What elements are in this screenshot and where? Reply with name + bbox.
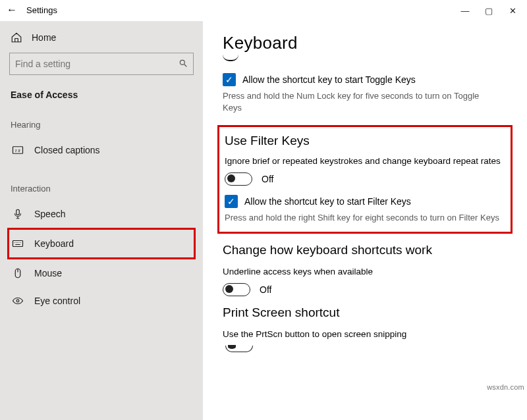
title-underline-art [223, 55, 238, 61]
speech-label: Speech [34, 209, 65, 219]
sidebar-category-interaction: Interaction [11, 184, 194, 194]
eye-control-label: Eye control [34, 296, 80, 306]
maximize-button[interactable]: ▢ [477, 1, 501, 20]
toggle-keys-check-label: Allow the shortcut key to start Toggle K… [242, 74, 416, 85]
main-content: Keyboard ✓ Allow the shortcut key to sta… [203, 21, 527, 420]
closed-captions-label: Closed captions [34, 145, 100, 155]
checkbox-checked-icon[interactable]: ✓ [223, 73, 236, 86]
printscreen-desc: Use the PrtScn button to open screen sni… [223, 329, 507, 339]
filter-keys-desc2: Press and hold the right Shift key for e… [225, 212, 503, 224]
filter-keys-toggle-state: Off [262, 174, 273, 184]
window-title: Settings [26, 5, 57, 15]
minimize-button[interactable]: — [453, 1, 477, 20]
close-button[interactable]: ✕ [501, 1, 524, 20]
svg-point-0 [180, 60, 184, 65]
svg-rect-3 [16, 209, 20, 215]
shortcuts-heading: Change how keyboard shortcuts work [223, 243, 507, 257]
sidebar-item-keyboard[interactable]: Keyboard [7, 228, 196, 259]
printscreen-heading: Print Screen shortcut [223, 305, 507, 320]
underline-access-toggle-state: Off [260, 284, 271, 295]
mouse-icon [12, 267, 24, 279]
keyboard-icon [12, 238, 24, 249]
svg-rect-4 [13, 241, 23, 247]
underline-access-toggle[interactable] [223, 283, 250, 296]
sidebar-category-hearing: Hearing [11, 120, 194, 130]
filter-keys-checkbox-row[interactable]: ✓ Allow the shortcut key to start Filter… [225, 195, 503, 208]
filter-keys-toggle[interactable] [225, 172, 252, 186]
search-input[interactable] [15, 59, 179, 69]
watermark: wsxdn.com [487, 383, 524, 391]
mouse-label: Mouse [34, 268, 62, 278]
search-box[interactable] [9, 53, 194, 75]
filter-keys-highlight-box: Use Filter Keys Ignore brief or repeated… [217, 125, 513, 234]
shortcuts-desc: Underline access keys when available [223, 267, 507, 276]
sidebar-item-mouse[interactable]: Mouse [9, 259, 194, 287]
filter-keys-heading: Use Filter Keys [225, 134, 503, 148]
page-title: Keyboard [223, 33, 507, 53]
eye-icon [12, 295, 24, 307]
toggle-keys-checkbox-row[interactable]: ✓ Allow the shortcut key to start Toggle… [223, 73, 507, 86]
captions-icon [12, 144, 24, 156]
toggle-keys-desc: Press and hold the Num Lock key for five… [223, 90, 499, 113]
titlebar: ← Settings — ▢ ✕ [0, 0, 527, 21]
search-icon [179, 59, 188, 70]
svg-rect-2 [13, 147, 23, 154]
sidebar-item-closed-captions[interactable]: Closed captions [9, 136, 194, 164]
microphone-icon [12, 208, 24, 220]
sidebar-section-ease: Ease of Access [11, 90, 194, 100]
svg-line-1 [184, 64, 187, 66]
home-label: Home [32, 32, 56, 43]
back-button[interactable]: ← [7, 4, 17, 16]
sidebar-item-speech[interactable]: Speech [9, 200, 194, 228]
home-icon [11, 32, 22, 43]
sidebar-item-eye-control[interactable]: Eye control [9, 287, 194, 315]
printscreen-toggle-partial[interactable] [225, 346, 253, 352]
filter-keys-desc1: Ignore brief or repeated keystrokes and … [225, 156, 503, 166]
keyboard-label: Keyboard [34, 238, 74, 249]
sidebar-item-home[interactable]: Home [9, 28, 194, 53]
filter-keys-check-label: Allow the shortcut key to start Filter K… [244, 196, 411, 207]
checkbox-checked-icon[interactable]: ✓ [225, 195, 238, 208]
sidebar: Home Ease of Access Hearing Closed capti… [0, 21, 203, 420]
svg-point-7 [16, 300, 19, 302]
